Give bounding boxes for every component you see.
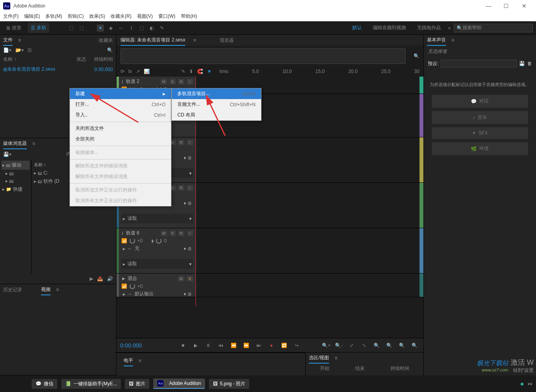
record-button[interactable]: R <box>178 79 184 84</box>
favorites-tab[interactable]: 收藏夹 <box>99 36 113 45</box>
pause-button[interactable]: ⏸ <box>203 341 213 349</box>
go-start-button[interactable]: ⏮ <box>216 341 226 349</box>
submenu-audio-file[interactable]: 音频文件...Ctrl+Shift+N <box>172 99 261 110</box>
workspace-edit-tab[interactable]: 编辑音频到视频 <box>369 23 410 33</box>
save-icon[interactable]: 💾▾ <box>3 152 11 157</box>
zoom-reset-icon[interactable]: 🔍 <box>397 341 407 349</box>
loop-toggle-icon[interactable]: ⟳ <box>120 69 124 74</box>
selection-view-tab[interactable]: 选区/视图 <box>309 353 329 364</box>
mute-button[interactable]: M <box>161 79 167 84</box>
editor-tab[interactable]: 编辑器: 未命名混音项目 2.sesx <box>120 35 186 46</box>
essential-sound-tab[interactable]: 基本声音 <box>427 35 446 46</box>
track[interactable]: ⫶轨道 6MSRI 📶+0◗0 ▸ ← 无▾ ⊘ ▸ 读取▾ <box>117 228 423 274</box>
maximize-button[interactable]: ☐ <box>497 0 515 12</box>
zoom-v-in-icon[interactable]: 🔍 <box>372 341 382 349</box>
essential-sound-menu[interactable]: ≡ <box>451 38 454 43</box>
mixer-tab[interactable]: 混音器 <box>220 36 234 45</box>
lasso-tool-icon[interactable]: ◐ <box>148 24 155 32</box>
record-file-icon[interactable]: ⊡ <box>28 47 32 53</box>
menu-close-selected[interactable]: 关闭所选文件 <box>70 123 171 134</box>
overview-bar[interactable] <box>120 48 406 64</box>
preview-icon[interactable]: 🔊 <box>107 276 113 281</box>
stop-button[interactable]: ■ <box>178 341 188 349</box>
menu-edit[interactable]: 编辑(E) <box>24 13 40 20</box>
menu-view[interactable]: 视图(V) <box>137 13 153 20</box>
forward-button[interactable]: ⏩ <box>241 341 251 349</box>
timeline-ruler[interactable]: hms5.010.015.020.025.030 <box>220 68 419 75</box>
solo-button[interactable]: S <box>169 79 176 84</box>
open-file-icon[interactable]: 📂▾ <box>15 47 24 53</box>
taskbar-tray-icon[interactable]: ▭ <box>528 381 532 386</box>
preset-save-icon[interactable]: 💾 <box>519 61 525 66</box>
play-button[interactable]: ▶ <box>191 341 200 349</box>
brush-tool-icon[interactable]: ✎ <box>158 24 166 32</box>
workspace-wireless-tab[interactable]: 无线电作品 <box>413 23 445 33</box>
media-panel-menu[interactable]: ≡ <box>32 141 35 146</box>
track-name[interactable]: 轨道 2 <box>126 78 139 85</box>
skip-button[interactable]: ↪ <box>292 341 301 349</box>
filter-icon[interactable]: ▶ <box>90 276 93 281</box>
video-tab[interactable]: 视频 <box>41 285 51 295</box>
magnet-icon[interactable]: 🧲 <box>197 69 203 74</box>
help-search-input[interactable]: 🔍 搜索帮助 <box>454 24 533 32</box>
taskbar-audition[interactable]: Au Adobe Audition <box>153 379 205 389</box>
time-select-tool-icon[interactable]: Ⲓ <box>128 24 135 32</box>
new-file-icon[interactable]: 📄▾ <box>3 47 11 53</box>
record-button[interactable]: ● <box>267 341 276 349</box>
timecode[interactable]: 0:00.000 <box>120 342 168 349</box>
menu-clip[interactable]: 剪辑(C) <box>68 13 84 20</box>
menu-file[interactable]: 文件(F) <box>3 13 19 20</box>
waveform-mode-button[interactable]: ⊞ 波形 <box>3 23 24 33</box>
files-panel-menu[interactable]: ≡ <box>18 38 21 43</box>
tree-item[interactable]: ▸ 🖴 <box>2 177 30 185</box>
submenu-multitrack-session[interactable]: 多轨混音项目...Ctrl+N <box>172 88 261 99</box>
video-panel-menu[interactable]: ≡ <box>56 287 59 293</box>
menu-close-all[interactable]: 全部关闭 <box>70 134 171 144</box>
fx-icon[interactable]: fx <box>128 69 132 74</box>
preset-delete-icon[interactable]: 🗑 <box>527 61 532 66</box>
dialog-button[interactable]: 💬 对话 <box>432 95 528 108</box>
file-row[interactable]: ⊞ 未命名混音项目 2.sesx 0:30.000 <box>0 64 116 74</box>
playhead-icon[interactable]: ▼ <box>207 69 212 74</box>
zoom-out-icon[interactable]: 🔍- <box>334 341 344 349</box>
taskbar-png[interactable]: 🖼 5.png - 照片 <box>209 379 250 389</box>
editor-panel-menu[interactable]: ≡ <box>193 38 196 43</box>
search-files-icon[interactable]: 🔍 <box>107 47 113 53</box>
menu-effects[interactable]: 效果(S) <box>89 13 105 20</box>
loop-button[interactable]: 🔁 <box>279 341 289 349</box>
music-button[interactable]: ♪ 音乐 <box>432 111 528 124</box>
monitor-button[interactable]: I <box>187 79 193 84</box>
preset-dropdown[interactable] <box>441 60 517 68</box>
close-button[interactable]: ✕ <box>515 0 533 12</box>
zoom-in-icon[interactable]: 🔍+ <box>322 341 331 349</box>
taskbar-photos[interactable]: 🖼 图片 <box>125 379 149 389</box>
workspace-default-tab[interactable]: 默认 <box>348 23 366 33</box>
taskbar-wechat[interactable]: 💬 微信 <box>32 379 57 389</box>
multitrack-mode-button[interactable]: ☰ 多轨 <box>28 23 49 33</box>
zoom-full-icon[interactable]: 🔍 <box>410 341 419 349</box>
slip-tool-icon[interactable]: ↔ <box>117 24 124 32</box>
tree-item[interactable]: ▸ 🖴 驱动 <box>2 161 30 170</box>
menu-import[interactable]: 导入..Ctrl+I <box>70 110 171 120</box>
track-handle-icon[interactable]: ⫶ <box>121 79 124 84</box>
submenu-cd-layout[interactable]: CD 布局 <box>172 110 261 120</box>
tool-icon-2[interactable]: ⬚ <box>78 24 85 32</box>
media-browser-tab[interactable]: 媒体浏览器 <box>3 139 27 149</box>
menu-help[interactable]: 帮助(H) <box>181 13 197 20</box>
menu-open[interactable]: 打开...Ctrl+O <box>70 99 171 110</box>
tool-icon-1[interactable]: ⬚ <box>68 24 75 32</box>
snap-icon[interactable]: ⬇ <box>189 69 193 74</box>
tree-item[interactable]: ▸ 🖴 <box>2 170 30 177</box>
import-icon[interactable]: 📤 <box>97 276 103 281</box>
taskbar-tray-icon[interactable]: ◆ <box>520 381 524 386</box>
marquee-tool-icon[interactable]: ⬚ <box>138 24 145 32</box>
track-mix[interactable]: ➤混合MS 📶+0 ▸ → 默认输出▾ ⊘ <box>117 274 423 297</box>
levels-tab[interactable]: 电平 <box>124 356 133 366</box>
send-icon[interactable]: ↗ <box>136 69 140 74</box>
files-col-status[interactable]: 状态 <box>77 56 86 63</box>
menu-multitrack[interactable]: 多轨(M) <box>45 13 62 20</box>
files-col-duration[interactable]: 持续时间 <box>94 56 113 63</box>
menu-window[interactable]: 窗口(W) <box>158 13 175 20</box>
move-tool-icon[interactable]: ✦ <box>97 24 104 32</box>
history-tab[interactable]: 历史记录 <box>3 285 22 295</box>
